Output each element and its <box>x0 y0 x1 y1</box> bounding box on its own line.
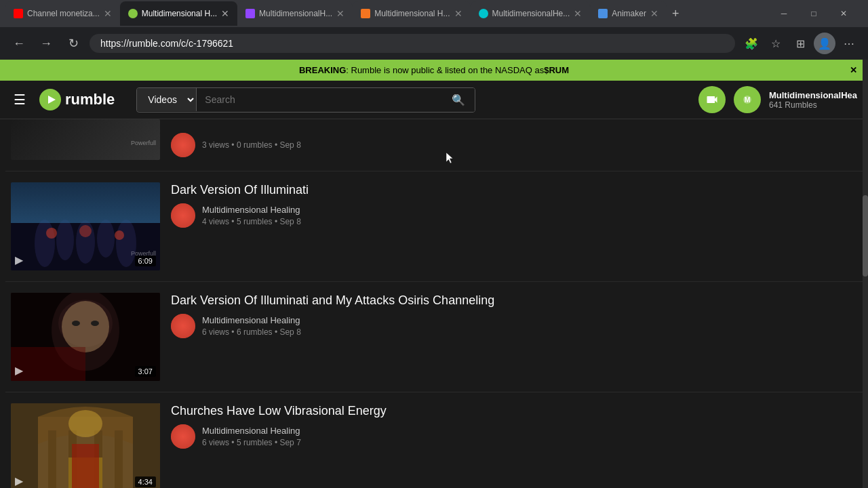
animaker-favicon <box>598 9 608 18</box>
tab-rumble[interactable]: Multidimensional H... ✕ <box>120 1 237 26</box>
video-meta-2: Multidimensional Healing 6 views • 5 rum… <box>171 424 857 449</box>
tab-crunchyroll-label: Multidimensional H... <box>374 9 450 18</box>
breaking-banner: BREAKING : Rumble is now public & listed… <box>0 60 868 81</box>
content-area[interactable]: Powerfull 3 views • 0 rumbles • Sep 8 <box>0 119 868 488</box>
search-type-select[interactable]: Videos <box>137 88 197 111</box>
watermark-partial: Powerfull <box>131 140 156 146</box>
collections-button[interactable]: ⊞ <box>789 33 811 54</box>
maximize-button[interactable]: □ <box>800 3 827 24</box>
partial-meta: 3 views • 0 rumbles • Sep 8 <box>171 127 857 160</box>
thumbnail-partial: Powerfull <box>11 119 160 160</box>
profile-icon[interactable]: 👤 <box>814 33 835 54</box>
tab-crunchyroll-close[interactable]: ✕ <box>454 8 462 19</box>
scrollbar-track[interactable] <box>863 60 868 488</box>
rumble-logo[interactable]: rumble <box>39 89 115 110</box>
channel-name-1: Multidimensional Healing <box>202 315 301 325</box>
search-input[interactable] <box>197 89 442 110</box>
breaking-label: BREAKING <box>299 65 346 75</box>
tab-crunchyroll[interactable]: Multidimensional H... ✕ <box>353 1 470 26</box>
video-stats-1: 6 views • 6 rumbles • Sep 8 <box>202 327 301 337</box>
username: MultidimensionalHea <box>769 90 857 100</box>
hamburger-menu[interactable]: ☰ <box>11 89 28 110</box>
video-stats-0: 4 views • 5 rumbles • Sep 8 <box>202 217 301 226</box>
video-item-2[interactable]: ▶ 4:34 Churches Have Low Vibrasional Ene… <box>5 392 863 488</box>
video-item-0[interactable]: Powerfull ▶ 6:09 Dark Version Of Illumin… <box>5 171 863 282</box>
favorites-button[interactable]: ☆ <box>765 33 787 54</box>
toolbar-icons: 🧩 ☆ ⊞ 👤 ⋯ <box>741 33 860 54</box>
rumble-header: ☰ rumble Videos 🔍 <box>0 81 868 119</box>
video-info-2: Churches Have Low Vibrasional Energy Mul… <box>171 403 857 449</box>
video-stats-2: 6 views • 5 rumbles • Sep 7 <box>202 438 301 447</box>
close-button[interactable]: ✕ <box>830 3 857 24</box>
video-title-0: Dark Version Of Illuminati <box>171 182 857 198</box>
tab-twitch-label: MultidimensionalH... <box>259 9 332 18</box>
thumbnail-0: Powerfull ▶ 6:09 <box>11 182 160 270</box>
svg-point-10 <box>97 220 115 258</box>
settings-button[interactable]: ⋯ <box>838 33 860 54</box>
scrollbar-thumb[interactable] <box>863 195 868 277</box>
camera-icon <box>705 93 719 106</box>
video-list: Powerfull 3 views • 0 rumbles • Sep 8 <box>0 119 868 488</box>
tab-canva-label: MultidimensionalHe... <box>492 9 570 18</box>
duration-1: 3:07 <box>135 366 156 377</box>
address-bar-row: ← → ↻ 🧩 ☆ ⊞ 👤 ⋯ <box>0 27 868 60</box>
play-icon-2: ▶ <box>15 474 23 487</box>
tab-yt-label: Channel monetiza... <box>27 9 100 18</box>
tab-twitch[interactable]: MultidimensionalH... ✕ <box>237 1 353 26</box>
rumble-count: 641 Rumbles <box>769 100 857 110</box>
channel-details-1: Multidimensional Healing 6 views • 6 rum… <box>202 315 301 337</box>
tab-animaker[interactable]: Animaker ✕ <box>590 1 667 26</box>
header-right: M MultidimensionalHea 641 Rumbles <box>698 86 857 113</box>
duration-2: 4:34 <box>135 476 156 487</box>
twitch-favicon <box>245 9 255 18</box>
browser-chrome: Channel monetiza... ✕ Multidimensional H… <box>0 0 868 60</box>
tab-twitch-close[interactable]: ✕ <box>336 8 344 19</box>
extensions-button[interactable]: 🧩 <box>741 33 762 54</box>
video-item-1[interactable]: ▶ 3:07 Dark Version Of Illuminati and My… <box>5 282 863 392</box>
video-meta-1: Multidimensional Healing 6 views • 6 rum… <box>171 314 857 338</box>
svg-rect-15 <box>11 182 160 223</box>
rumble-logo-text: rumble <box>65 91 115 108</box>
rumble-app: ☰ rumble Videos 🔍 <box>0 81 868 488</box>
back-button[interactable]: ← <box>8 33 30 54</box>
tab-canva[interactable]: MultidimensionalHe... ✕ <box>471 1 591 26</box>
thumbnail-2: ▶ 4:34 <box>11 403 160 488</box>
reload-button[interactable]: ↻ <box>62 33 84 54</box>
channel-details-2: Multidimensional Healing 6 views • 5 rum… <box>202 426 301 447</box>
channel-avatar-0 <box>171 203 195 228</box>
minimize-button[interactable]: ─ <box>770 3 797 24</box>
tab-bar: Channel monetiza... ✕ Multidimensional H… <box>0 0 868 27</box>
svg-point-8 <box>56 220 74 260</box>
rumble-favicon <box>128 9 138 18</box>
channel-name-0: Multidimensional Healing <box>202 205 301 215</box>
banner-close[interactable]: ✕ <box>850 65 857 75</box>
tab-canva-close[interactable]: ✕ <box>574 8 582 19</box>
tab-yt-close[interactable]: ✕ <box>104 8 112 19</box>
thumbnail-1: ▶ 3:07 <box>11 293 160 381</box>
forward-button[interactable]: → <box>35 33 57 54</box>
channel-details-partial: 3 views • 0 rumbles • Sep 8 <box>202 140 301 150</box>
address-input[interactable] <box>90 34 735 53</box>
video-item-partial[interactable]: Powerfull 3 views • 0 rumbles • Sep 8 <box>5 119 863 171</box>
tab-yt[interactable]: Channel monetiza... ✕ <box>5 1 120 26</box>
svg-point-12 <box>46 228 57 239</box>
channel-details-0: Multidimensional Healing 4 views • 5 rum… <box>202 205 301 226</box>
tab-rumble-close[interactable]: ✕ <box>221 8 229 19</box>
upload-button[interactable] <box>698 86 726 113</box>
video-meta-0: Multidimensional Healing 4 views • 5 rum… <box>171 203 857 228</box>
rumble-logo-icon <box>39 89 61 110</box>
channel-avatar-partial <box>171 133 195 157</box>
new-tab-button[interactable]: + <box>667 7 685 21</box>
search-bar: Videos 🔍 <box>136 87 475 113</box>
play-icon-1: ▶ <box>15 364 23 377</box>
tab-animaker-close[interactable]: ✕ <box>650 8 658 19</box>
tab-animaker-label: Animaker <box>612 9 646 18</box>
svg-point-11 <box>116 220 136 267</box>
user-info: MultidimensionalHea 641 Rumbles <box>769 90 857 110</box>
channel-name-2: Multidimensional Healing <box>202 426 301 436</box>
user-avatar[interactable]: M <box>734 86 761 113</box>
window-controls: ─ □ ✕ <box>770 3 863 24</box>
search-button[interactable]: 🔍 <box>442 88 475 112</box>
svg-text:M: M <box>745 96 751 104</box>
play-icon-0: ▶ <box>15 253 23 266</box>
